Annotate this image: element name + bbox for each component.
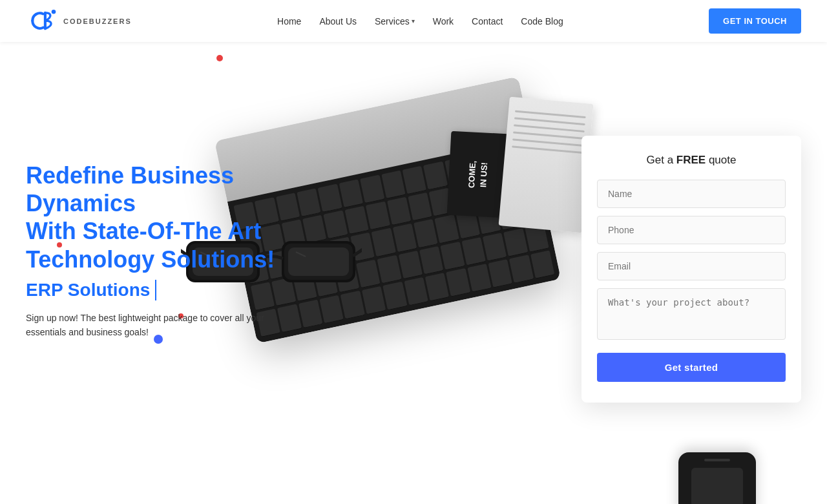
nav-link-home[interactable]: Home [277, 16, 301, 26]
sign-text: COME,IN US! [466, 160, 491, 189]
typed-text-label: ERP Solutions [26, 280, 150, 300]
decorative-dot-1 [216, 55, 223, 61]
nav-item-work[interactable]: Work [433, 16, 454, 27]
hero-typed-text: ERP Solutions [26, 280, 336, 300]
nav-link-about[interactable]: About Us [319, 16, 357, 26]
project-textarea[interactable] [597, 288, 786, 340]
navbar: CODEBUZZERS Home About Us Services ▾ Wor… [0, 0, 827, 42]
email-input[interactable] [597, 252, 786, 280]
nav-item-about[interactable]: About Us [319, 16, 357, 27]
hero-text-block: Redefine Business Dynamics With State-Of… [26, 162, 336, 340]
cursor-bar [155, 280, 156, 300]
logo-text: CODEBUZZERS [63, 17, 132, 25]
chevron-down-icon: ▾ [412, 17, 415, 25]
nav-link-blog[interactable]: Code Blog [521, 16, 563, 26]
nav-item-contact[interactable]: Contact [472, 16, 503, 27]
hero-description: Sign up now! The best lightweight packag… [26, 311, 297, 340]
quote-form-card: Get a FREE quote Get started [581, 136, 801, 403]
svg-point-2 [52, 10, 56, 14]
get-in-touch-button[interactable]: GET IN TOUCH [709, 8, 801, 34]
phone-input[interactable] [597, 216, 786, 244]
nav-link-services[interactable]: Services [375, 16, 410, 26]
form-title-prefix: Get a [647, 154, 676, 166]
logo[interactable]: CODEBUZZERS [26, 6, 132, 36]
get-started-button[interactable]: Get started [597, 353, 786, 382]
form-title-suffix: quote [706, 154, 736, 166]
nav-link-work[interactable]: Work [433, 16, 454, 26]
form-title-bold: FREE [676, 154, 706, 166]
heading-line2: With State-Of-The Art [26, 218, 261, 244]
phone-mockup [678, 452, 756, 504]
hero-section: COME,IN US! [0, 42, 827, 504]
notebook-mockup [499, 97, 594, 233]
nav-link-contact[interactable]: Contact [472, 16, 503, 26]
name-input[interactable] [597, 180, 786, 208]
nav-item-blog[interactable]: Code Blog [521, 16, 563, 27]
heading-line1: Redefine Business Dynamics [26, 162, 234, 216]
hero-heading: Redefine Business Dynamics With State-Of… [26, 162, 336, 273]
nav-links: Home About Us Services ▾ Work Contact Co… [277, 16, 563, 27]
nav-item-services[interactable]: Services ▾ [375, 16, 415, 26]
heading-line3: Technology Solutions! [26, 246, 275, 273]
logo-icon [26, 6, 58, 36]
form-title: Get a FREE quote [597, 154, 786, 167]
nav-item-home[interactable]: Home [277, 16, 301, 27]
